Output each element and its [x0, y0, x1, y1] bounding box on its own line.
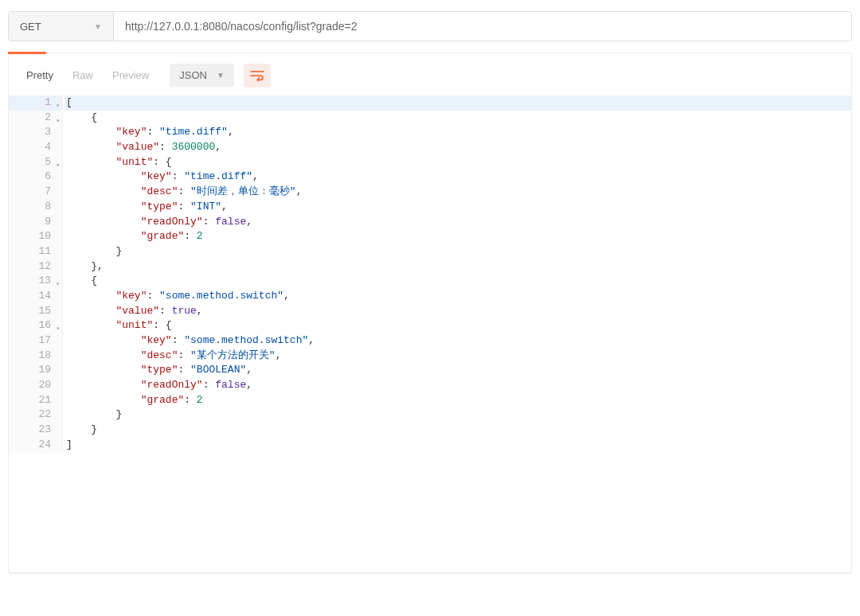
line-number: 18 — [9, 349, 62, 364]
line-number: 19 — [9, 363, 62, 378]
line-number: 1▾ — [9, 96, 62, 111]
code-line: "desc": "时间差，单位：毫秒", — [64, 185, 851, 200]
line-number: 16▾ — [9, 318, 62, 333]
line-number: 2▾ — [9, 111, 62, 126]
line-number: 3 — [9, 125, 62, 140]
request-bar: GET ▼ — [8, 11, 852, 41]
code-line: "value": 3600000, — [64, 140, 851, 155]
response-panel: Pretty Raw Preview JSON ▼ 1▾2▾345▾678910… — [8, 53, 852, 574]
code-line: "readOnly": false, — [64, 378, 851, 393]
line-number: 20 — [9, 378, 62, 393]
view-tabs: Pretty Raw Preview — [15, 61, 160, 89]
http-method-select[interactable]: GET ▼ — [9, 12, 114, 41]
line-number: 8 — [9, 200, 62, 215]
code-line: "value": true, — [64, 304, 851, 319]
chevron-down-icon: ▼ — [217, 71, 225, 80]
line-number: 24 — [9, 438, 62, 453]
footer-divider — [9, 572, 851, 573]
code-line: "unit": { — [64, 155, 851, 170]
code-line: } — [64, 244, 851, 259]
code-line: }, — [64, 259, 851, 275]
line-number: 15 — [9, 304, 62, 319]
active-tab-indicator — [8, 52, 46, 54]
code-viewer[interactable]: 1▾2▾345▾678910111213▾141516▾171819202122… — [9, 96, 851, 453]
line-number: 7 — [9, 185, 62, 200]
code-line: "key": "some.method.switch", — [64, 289, 851, 304]
code-line: "desc": "某个方法的开关", — [64, 349, 851, 364]
line-number: 11 — [9, 244, 62, 259]
format-label: JSON — [179, 69, 207, 81]
code-line: "unit": { — [64, 318, 851, 333]
code-line: "grade": 2 — [64, 229, 851, 244]
line-number: 6 — [9, 170, 62, 185]
line-number: 13▾ — [9, 274, 62, 289]
app-container: GET ▼ Pretty Raw Preview JSON ▼ — [0, 0, 860, 582]
chevron-down-icon: ▼ — [94, 22, 102, 31]
line-number: 5▾ — [9, 155, 62, 170]
line-number: 9 — [9, 215, 62, 230]
wrap-icon — [250, 70, 264, 81]
code-line: "readOnly": false, — [64, 215, 851, 230]
tab-pretty[interactable]: Pretty — [25, 66, 55, 84]
divider — [8, 53, 852, 53]
code-line: ] — [64, 438, 851, 453]
code-line: { — [64, 111, 851, 126]
code-line: } — [64, 423, 851, 438]
line-gutter: 1▾2▾345▾678910111213▾141516▾171819202122… — [9, 96, 63, 453]
code-line: "key": "time.diff", — [64, 170, 851, 185]
line-number: 21 — [9, 393, 62, 408]
line-number: 17 — [9, 333, 62, 349]
line-number: 22 — [9, 407, 62, 423]
line-number: 10 — [9, 229, 62, 244]
code-line: "grade": 2 — [64, 393, 851, 408]
tab-preview[interactable]: Preview — [111, 66, 150, 84]
url-input[interactable] — [114, 12, 851, 41]
code-line: "type": "INT", — [64, 200, 851, 215]
http-method-label: GET — [20, 21, 41, 33]
code-line: } — [64, 407, 851, 423]
tab-raw[interactable]: Raw — [71, 66, 95, 84]
code-line: "key": "some.method.switch", — [64, 333, 851, 349]
line-number: 14 — [9, 289, 62, 304]
line-number: 4 — [9, 140, 62, 155]
code-line: "key": "time.diff", — [64, 125, 851, 140]
line-number: 12 — [9, 259, 62, 275]
response-toolbar: Pretty Raw Preview JSON ▼ — [9, 53, 851, 96]
code-line: "type": "BOOLEAN", — [64, 363, 851, 378]
code-line: { — [64, 274, 851, 289]
format-select[interactable]: JSON ▼ — [170, 64, 234, 87]
wrap-lines-button[interactable] — [244, 64, 271, 88]
line-number: 23 — [9, 423, 62, 438]
code-line: [ — [64, 96, 851, 111]
code-content: [ { "key": "time.diff", "value": 3600000… — [63, 96, 851, 453]
